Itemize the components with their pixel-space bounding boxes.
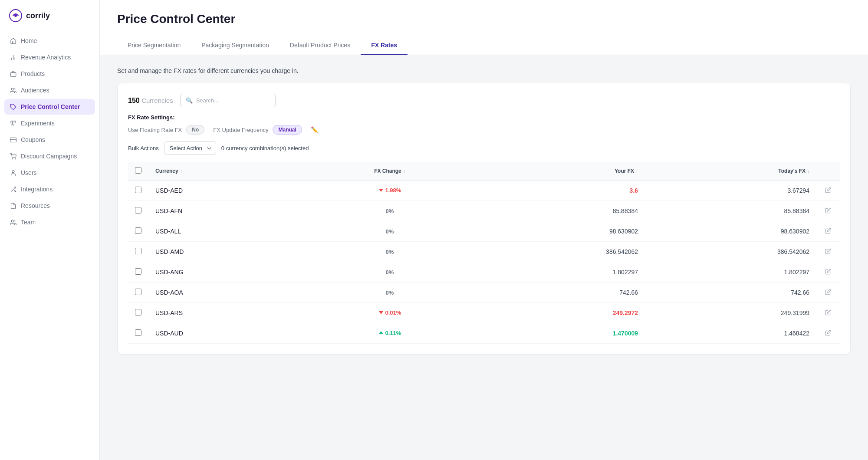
sidebar-item-team[interactable]: Team (4, 214, 95, 230)
row-actions-cell[interactable] (816, 283, 840, 303)
row-checkbox-4[interactable] (135, 268, 141, 275)
row-edit-button-2[interactable] (823, 227, 833, 237)
row-edit-button-3[interactable] (823, 247, 833, 257)
row-checkbox-7[interactable] (135, 329, 141, 336)
currencies-count: 150 Currencies (128, 97, 173, 105)
floating-rate-badge: No (186, 125, 204, 135)
row-checkbox-cell[interactable] (128, 181, 148, 201)
row-checkbox-cell[interactable] (128, 283, 148, 303)
page-title: Price Control Center (117, 12, 851, 26)
fx-settings-section: FX Rate Settings: Use Floating Rate FX N… (128, 114, 840, 135)
currency-name-cell: USD-AOA (148, 283, 306, 303)
row-edit-button-5[interactable] (823, 288, 833, 298)
experiments-icon (10, 120, 16, 127)
currency-name-cell: USD-AED (148, 181, 306, 201)
row-checkbox-cell[interactable] (128, 221, 148, 242)
row-actions-cell[interactable] (816, 181, 840, 201)
your-fx-column-header[interactable]: Your FX ↓ (473, 162, 645, 181)
sidebar-item-integrations[interactable]: Integrations (4, 181, 95, 197)
tab-packaging-segmentation[interactable]: Packaging Segmentation (191, 36, 279, 55)
your-fx-cell: 98.630902 (473, 221, 645, 242)
row-edit-button-7[interactable] (823, 329, 833, 339)
fx-change-neutral: 0% (386, 269, 394, 276)
row-checkbox-cell[interactable] (128, 323, 148, 344)
row-checkbox-cell[interactable] (128, 201, 148, 221)
tab-bar: Price SegmentationPackaging Segmentation… (117, 36, 851, 55)
sidebar-item-audiences[interactable]: Audiences (4, 82, 95, 98)
select-all-checkbox-header[interactable] (128, 162, 148, 181)
search-box[interactable]: 🔍 (180, 94, 276, 107)
search-input[interactable] (196, 97, 270, 104)
fx-change-down: 1.98% (378, 187, 401, 194)
sidebar-item-price-control-center[interactable]: Price Control Center (4, 99, 95, 115)
row-checkbox-2[interactable] (135, 227, 141, 234)
row-checkbox-cell[interactable] (128, 262, 148, 283)
discount-campaigns-icon (10, 153, 16, 160)
table-row: USD-ARS 0.01% 249.2972 249.31999 (128, 303, 840, 323)
logo: corrily (0, 0, 99, 33)
row-edit-button-1[interactable] (823, 207, 833, 217)
sidebar-item-discount-campaigns[interactable]: Discount Campaigns (4, 148, 95, 164)
floating-rate-label: Use Floating Rate FX (128, 127, 182, 133)
table-row: USD-AOA 0% 742.66 742.66 (128, 283, 840, 303)
row-edit-button-0[interactable] (823, 186, 833, 196)
table-row: USD-ALL 0% 98.630902 98.630902 (128, 221, 840, 242)
row-checkbox-3[interactable] (135, 248, 141, 254)
sidebar-item-label: Audiences (21, 87, 49, 94)
svg-point-15 (11, 220, 13, 222)
sidebar-item-home[interactable]: Home (4, 33, 95, 49)
table-row: USD-ANG 0% 1.802297 1.802297 (128, 262, 840, 283)
row-checkbox-cell[interactable] (128, 242, 148, 262)
tab-default-product-prices[interactable]: Default Product Prices (279, 36, 361, 55)
fx-change-cell: 0.11% (306, 323, 473, 344)
main-content: Price Control Center Price SegmentationP… (100, 0, 868, 460)
sidebar-item-revenue-analytics[interactable]: Revenue Analytics (4, 49, 95, 65)
row-actions-cell[interactable] (816, 303, 840, 323)
sidebar-item-coupons[interactable]: Coupons (4, 132, 95, 148)
row-edit-button-6[interactable] (823, 309, 833, 319)
fx-settings-row: Use Floating Rate FX No FX Update Freque… (128, 125, 840, 135)
row-actions-cell[interactable] (816, 201, 840, 221)
team-icon (10, 219, 16, 226)
sidebar-item-label: Experiments (21, 120, 55, 127)
todays-fx-cell: 98.630902 (645, 221, 816, 242)
your-fx-cell: 742.66 (473, 283, 645, 303)
row-edit-button-4[interactable] (823, 268, 833, 278)
row-checkbox-cell[interactable] (128, 303, 148, 323)
settings-edit-button[interactable]: ✏️ (311, 126, 318, 133)
select-all-checkbox[interactable] (135, 167, 141, 174)
row-actions-cell[interactable] (816, 323, 840, 344)
row-checkbox-5[interactable] (135, 289, 141, 295)
content-area: Set and manage the FX rates for differen… (100, 55, 868, 460)
currency-column-header[interactable]: Currency ↑ (148, 162, 306, 181)
your-fx-cell: 1.470009 (473, 323, 645, 344)
sidebar-item-label: Resources (21, 202, 50, 209)
tab-fx-rates[interactable]: FX Rates (361, 36, 408, 55)
tab-price-segmentation[interactable]: Price Segmentation (117, 36, 191, 55)
todays-fx-cell: 85.88384 (645, 201, 816, 221)
fx-change-neutral: 0% (386, 208, 394, 214)
your-fx-cell: 386.542062 (473, 242, 645, 262)
todays-fx-cell: 742.66 (645, 283, 816, 303)
sidebar-item-users[interactable]: Users (4, 165, 95, 181)
your-fx-cell: 85.88384 (473, 201, 645, 221)
svg-point-12 (12, 170, 14, 172)
row-checkbox-6[interactable] (135, 309, 141, 315)
todays-fx-column-header[interactable]: Today's FX ↓ (645, 162, 816, 181)
table-body: USD-AED 1.98% 3.6 3.67294 USD-AFN 0% 85.… (128, 181, 840, 344)
actions-column-header (816, 162, 840, 181)
row-checkbox-1[interactable] (135, 207, 141, 214)
sidebar-item-products[interactable]: Products (4, 66, 95, 82)
corrily-logo-icon (9, 9, 23, 23)
row-actions-cell[interactable] (816, 221, 840, 242)
fx-change-neutral: 0% (386, 249, 394, 255)
bulk-actions-label: Bulk Actions (128, 145, 159, 151)
select-action-dropdown[interactable]: Select Action (164, 141, 216, 155)
row-checkbox-0[interactable] (135, 187, 141, 193)
sidebar-item-experiments[interactable]: Experiments (4, 115, 95, 131)
svg-point-11 (15, 158, 15, 159)
sidebar-item-resources[interactable]: Resources (4, 198, 95, 214)
fx-change-column-header[interactable]: FX Change ↓ (306, 162, 473, 181)
row-actions-cell[interactable] (816, 262, 840, 283)
row-actions-cell[interactable] (816, 242, 840, 262)
